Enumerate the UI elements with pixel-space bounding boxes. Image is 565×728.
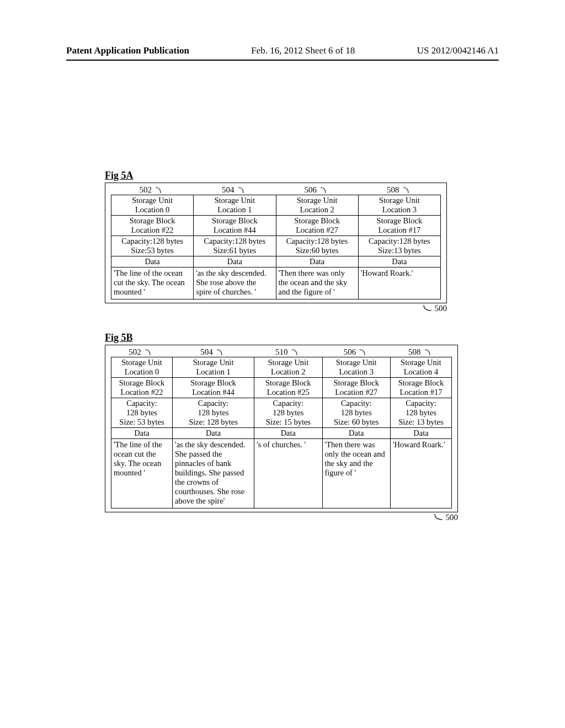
unit-loc: Location 0 bbox=[114, 205, 191, 215]
block-label: Storage Block bbox=[114, 216, 191, 226]
block-label: Storage Block bbox=[114, 378, 170, 388]
capacity: Capacity: bbox=[114, 399, 170, 408]
figure-5a-ref-row: 502 504 506 bbox=[111, 185, 441, 195]
capacity: Capacity: bbox=[257, 399, 319, 408]
capacity: Capacity: bbox=[393, 399, 449, 408]
unit-loc: Location 1 bbox=[175, 367, 252, 377]
cell: Capacity:128 bytesSize: 15 bytes bbox=[254, 398, 322, 428]
block-label: Storage Block bbox=[393, 378, 449, 388]
capacity-val: 128 bytes bbox=[175, 408, 252, 417]
data-cell: 'as the sky descended. She rose above th… bbox=[194, 267, 276, 299]
figure-5a: Fig 5A 502 504 506 bbox=[105, 170, 449, 314]
capacity: Capacity:128 bytes bbox=[114, 237, 191, 246]
data-header: Data bbox=[173, 428, 254, 439]
unit-label: Storage Unit bbox=[114, 358, 170, 367]
figure-5b-ref-500: 500 bbox=[105, 512, 460, 523]
page-header: Patent Application Publication Feb. 16, … bbox=[66, 45, 499, 56]
figure-5b-container: 502 504 510 506 508 bbox=[105, 345, 458, 512]
unit-label: Storage Unit bbox=[114, 196, 191, 205]
figure-5a-ref-500: 500 bbox=[105, 303, 449, 314]
data-cell: 'The line of the ocean cut the sky. The … bbox=[111, 267, 194, 299]
header-center: Feb. 16, 2012 Sheet 6 of 18 bbox=[251, 45, 355, 56]
figure-5a-container: 502 504 506 bbox=[105, 183, 447, 303]
capacity-val: 128 bytes bbox=[325, 408, 388, 417]
figure-5b: Fig 5B 502 504 510 506 bbox=[105, 332, 460, 523]
leader-line-icon bbox=[359, 349, 369, 356]
unit-label: Storage Unit bbox=[257, 358, 319, 367]
header-left: Patent Application Publication bbox=[66, 45, 189, 56]
cell: Capacity:128 bytes Size:60 bytes bbox=[276, 236, 358, 256]
leader-line-icon bbox=[155, 187, 165, 194]
size: Size:13 bytes bbox=[361, 246, 438, 255]
cell: Storage Unit Location 1 bbox=[194, 195, 276, 216]
leader-line-icon bbox=[403, 187, 413, 194]
unit-loc: Location 2 bbox=[279, 205, 356, 215]
cell: Storage UnitLocation 1 bbox=[173, 357, 254, 378]
data-header: Data bbox=[322, 428, 390, 439]
size: Size:61 bytes bbox=[196, 246, 273, 255]
ref-502: 502 bbox=[129, 347, 141, 357]
figure-5a-title: Fig 5A bbox=[105, 170, 449, 181]
capacity: Capacity: bbox=[325, 399, 388, 408]
block-label: Storage Block bbox=[175, 378, 252, 388]
cell: Storage BlockLocation #17 bbox=[390, 378, 451, 398]
unit-label: Storage Unit bbox=[279, 196, 356, 205]
capacity: Capacity: bbox=[175, 399, 252, 408]
block-label: Storage Block bbox=[279, 216, 356, 226]
leader-line-icon bbox=[434, 513, 444, 523]
ref-502: 502 bbox=[140, 185, 152, 195]
ref-510: 510 bbox=[275, 347, 288, 357]
data-header: Data bbox=[390, 428, 451, 439]
data-cell: 'Then there was only the ocean and the s… bbox=[276, 267, 358, 299]
size: Size:60 bytes bbox=[279, 246, 356, 255]
cell: Storage BlockLocation #22 bbox=[111, 378, 173, 398]
unit-loc: Location 1 bbox=[196, 205, 273, 215]
data-header: Data bbox=[358, 256, 440, 267]
cell: Storage BlockLocation #44 bbox=[173, 378, 254, 398]
block-loc: Location #17 bbox=[393, 388, 449, 397]
data-header: Data bbox=[111, 256, 194, 267]
cell: Capacity:128 bytesSize: 53 bytes bbox=[111, 398, 173, 428]
header-rule bbox=[66, 60, 499, 61]
ref-500: 500 bbox=[446, 513, 459, 522]
leader-line-icon bbox=[145, 349, 154, 356]
data-cell: 's of churches. ' bbox=[254, 439, 322, 508]
data-cell: 'The line of the ocean cut the sky. The … bbox=[111, 439, 173, 508]
cell: Storage BlockLocation #27 bbox=[322, 378, 390, 398]
leader-line-icon bbox=[424, 349, 434, 356]
cell: Capacity:128 bytesSize: 13 bytes bbox=[390, 398, 451, 428]
unit-label: Storage Unit bbox=[361, 196, 438, 205]
leader-line-icon bbox=[216, 349, 226, 356]
leader-line-icon bbox=[320, 187, 330, 194]
figure-5a-table: Storage Unit Location 0 Storage Unit Loc… bbox=[111, 195, 441, 299]
ref-504: 504 bbox=[200, 347, 213, 357]
unit-label: Storage Unit bbox=[393, 358, 449, 367]
leader-line-icon bbox=[238, 187, 248, 194]
size: Size:53 bytes bbox=[114, 246, 191, 255]
data-header: Data bbox=[254, 428, 322, 439]
block-loc: Location #22 bbox=[114, 226, 191, 235]
ref-506: 506 bbox=[305, 185, 317, 195]
data-cell: 'Howard Roark.' bbox=[390, 439, 451, 508]
data-cell: 'Then there was only the ocean and the s… bbox=[322, 439, 390, 508]
cell: Storage UnitLocation 2 bbox=[254, 357, 322, 378]
ref-508: 508 bbox=[408, 347, 421, 357]
leader-line-icon bbox=[423, 304, 433, 314]
data-cell: 'as the sky descended. She passed the pi… bbox=[173, 439, 254, 508]
figure-5b-title: Fig 5B bbox=[105, 332, 460, 344]
ref-508: 508 bbox=[387, 185, 399, 195]
capacity-val: 128 bytes bbox=[393, 408, 449, 417]
block-loc: Location #27 bbox=[279, 226, 356, 235]
data-header: Data bbox=[194, 256, 276, 267]
cell: Storage Unit Location 0 bbox=[111, 195, 194, 216]
data-cell: 'Howard Roark.' bbox=[358, 267, 440, 299]
cell: Storage Block Location #27 bbox=[276, 216, 358, 236]
block-loc: Location #22 bbox=[114, 388, 170, 397]
cell: Capacity:128 bytes Size:53 bytes bbox=[111, 236, 194, 256]
block-label: Storage Block bbox=[257, 378, 319, 388]
block-loc: Location #44 bbox=[175, 388, 252, 397]
unit-loc: Location 0 bbox=[114, 367, 170, 377]
leader-line-icon bbox=[291, 349, 301, 356]
size: Size: 53 bytes bbox=[114, 417, 170, 427]
unit-label: Storage Unit bbox=[175, 358, 252, 367]
